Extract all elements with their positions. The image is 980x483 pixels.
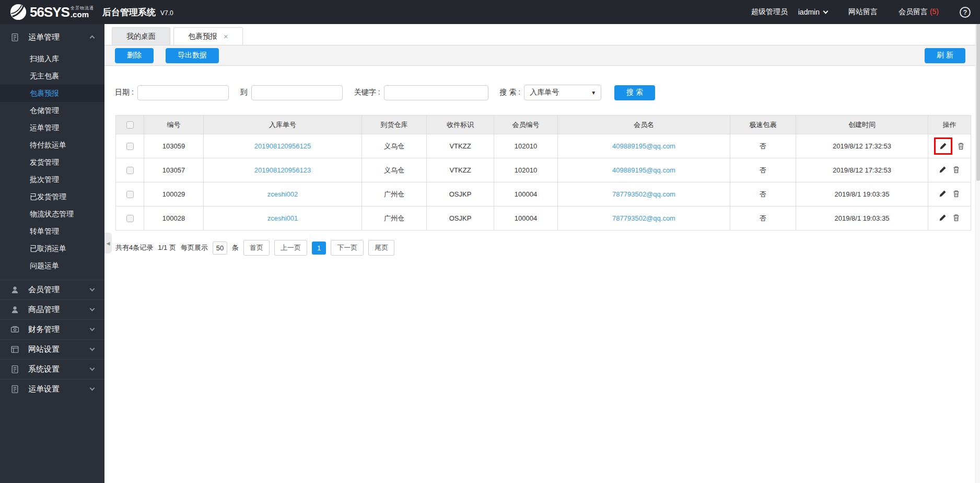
sidebar-group-label: 网站设置	[28, 344, 60, 354]
edit-icon[interactable]	[939, 166, 947, 174]
sidebar-item-warehouse-management[interactable]: 仓储管理	[0, 102, 104, 119]
cell-express: 否	[730, 134, 796, 158]
inbound-no-link[interactable]: zceshi001	[267, 214, 298, 222]
topbar: 56SYS 全景物流通 .com 后台管理系统 V7.0 超级管理员 iadmi…	[0, 0, 980, 24]
sidebar-item-waybill-management[interactable]: 运单管理	[0, 119, 104, 136]
date-from-input[interactable]	[137, 85, 229, 100]
delete-button[interactable]: 删除	[115, 48, 154, 63]
header-id: 编号	[144, 116, 204, 134]
chevron-down-icon	[90, 346, 95, 351]
date-to-input[interactable]	[251, 85, 343, 100]
current-page-button[interactable]: 1	[312, 242, 326, 255]
cell-express: 否	[730, 158, 796, 182]
header-actions: 操作	[928, 116, 971, 134]
select-all-checkbox[interactable]	[126, 121, 134, 129]
user-menu[interactable]: iadmin	[798, 8, 827, 16]
keyword-input[interactable]	[384, 85, 488, 100]
sidebar-item-package-forecast[interactable]: 包裹预报	[0, 85, 104, 102]
member-name-link[interactable]: 409889195@qq.com	[612, 142, 675, 150]
user-icon	[10, 305, 19, 314]
per-page-suffix: 条	[232, 243, 239, 252]
member-name-link[interactable]: 787793502@qq.com	[612, 214, 675, 222]
sidebar-group-label: 商品管理	[28, 305, 60, 315]
sidebar-item-batch-management[interactable]: 批次管理	[0, 171, 104, 188]
first-page-button[interactable]: 首页	[243, 240, 270, 256]
chevron-down-icon	[823, 8, 829, 14]
scrollbar[interactable]	[975, 24, 980, 483]
help-icon[interactable]: ?	[960, 7, 971, 18]
edit-icon[interactable]	[939, 214, 947, 222]
sidebar-item-unclaimed-packages[interactable]: 无主包裹	[0, 67, 104, 85]
cell-recipient-tag: OSJKP	[427, 182, 494, 206]
tab-my-desktop[interactable]: 我的桌面	[112, 27, 170, 45]
sidebar-group-system-settings[interactable]: 系统设置	[0, 359, 104, 379]
date-label: 日期 :	[115, 88, 134, 97]
inbound-no-link[interactable]: 201908120956125	[254, 142, 311, 150]
row-checkbox[interactable]	[126, 167, 134, 174]
row-checkbox[interactable]	[126, 215, 134, 222]
keyword-label: 关键字 :	[354, 88, 380, 97]
next-page-button[interactable]: 下一页	[331, 240, 364, 256]
cell-recipient-tag: VTKZZ	[427, 134, 494, 158]
sidebar-item-problem-waybills[interactable]: 问题运单	[0, 257, 104, 274]
member-name-link[interactable]: 409889195@qq.com	[612, 166, 675, 174]
money-icon	[10, 325, 19, 334]
sidebar-group-label: 财务管理	[28, 325, 60, 335]
trash-icon[interactable]	[952, 166, 960, 174]
cell-created: 2019/8/12 17:32:53	[796, 134, 928, 158]
trash-icon[interactable]	[952, 214, 960, 222]
per-page-input[interactable]: 50	[213, 242, 227, 255]
logo-domain: .com	[71, 10, 94, 18]
sidebar-item-scan-inbound[interactable]: 扫描入库	[0, 50, 104, 67]
page-info: 1/1 页	[158, 243, 176, 252]
cell-created: 2019/8/12 17:32:53	[796, 158, 928, 182]
header-created: 创建时间	[796, 116, 928, 134]
last-page-button[interactable]: 尾页	[368, 240, 394, 256]
sidebar-item-transfer-management[interactable]: 转单管理	[0, 223, 104, 240]
sidebar-collapse-handle[interactable]: ◂	[104, 233, 112, 254]
search-type-select[interactable]: 入库单号 ▼	[524, 85, 601, 100]
sidebar-item-shipped-management[interactable]: 已发货管理	[0, 188, 104, 205]
sidebar-group-waybill-management[interactable]: 运单管理	[0, 27, 104, 47]
sidebar-group-label: 运单管理	[28, 32, 60, 42]
sidebar: 运单管理 扫描入库 无主包裹 包裹预报 仓储管理 运单管理 待付款运单 发货管理…	[0, 24, 104, 483]
edit-icon[interactable]	[939, 190, 947, 198]
sidebar-group-waybill-settings[interactable]: 运单设置	[0, 379, 104, 399]
sidebar-item-cancelled-waybills[interactable]: 已取消运单	[0, 240, 104, 257]
tab-package-forecast[interactable]: 包裹预报 ×	[173, 27, 243, 45]
export-data-button[interactable]: 导出数据	[166, 48, 219, 63]
cell-created: 2019/8/1 19:03:35	[796, 182, 928, 206]
sidebar-group-member-management[interactable]: 会员管理	[0, 280, 104, 300]
trash-icon[interactable]	[952, 190, 960, 198]
sidebar-item-logistics-status[interactable]: 物流状态管理	[0, 205, 104, 223]
edit-icon[interactable]	[939, 142, 947, 150]
sidebar-item-shipping-management[interactable]: 发货管理	[0, 154, 104, 171]
search-button[interactable]: 搜 索	[614, 85, 655, 100]
trash-icon[interactable]	[957, 142, 965, 150]
scrollbar-thumb[interactable]	[976, 24, 980, 181]
inbound-no-link[interactable]: zceshi002	[267, 190, 298, 198]
site-messages-link[interactable]: 网站留言	[848, 7, 878, 17]
cell-warehouse: 广州仓	[362, 182, 427, 206]
sidebar-item-pending-payment[interactable]: 待付款运单	[0, 136, 104, 154]
cell-member-no: 102010	[494, 134, 558, 158]
chevron-down-icon	[90, 286, 95, 292]
member-messages-link[interactable]: 会员留言 (5)	[899, 7, 939, 17]
row-checkbox[interactable]	[126, 143, 134, 150]
member-messages-count: (5)	[930, 7, 939, 16]
sidebar-group-product-management[interactable]: 商品管理	[0, 300, 104, 319]
table-row: 100029 zceshi002 广州仓 OSJKP 100004 787793…	[116, 182, 971, 206]
cell-member-no: 100004	[494, 182, 558, 206]
sidebar-group-website-settings[interactable]: 网站设置	[0, 339, 104, 359]
prev-page-button[interactable]: 上一页	[274, 240, 307, 256]
sidebar-group-finance-management[interactable]: 财务管理	[0, 319, 104, 339]
member-name-link[interactable]: 787793502@qq.com	[612, 190, 675, 198]
cell-warehouse: 义乌仓	[362, 134, 427, 158]
cell-created: 2019/8/1 19:03:35	[796, 206, 928, 231]
cell-warehouse: 义乌仓	[362, 158, 427, 182]
close-tab-icon[interactable]: ×	[224, 32, 228, 41]
inbound-no-link[interactable]: 201908120956123	[254, 166, 311, 174]
tab-label: 包裹预报	[188, 32, 217, 41]
refresh-button[interactable]: 刷 新	[925, 48, 965, 63]
row-checkbox[interactable]	[126, 191, 134, 198]
